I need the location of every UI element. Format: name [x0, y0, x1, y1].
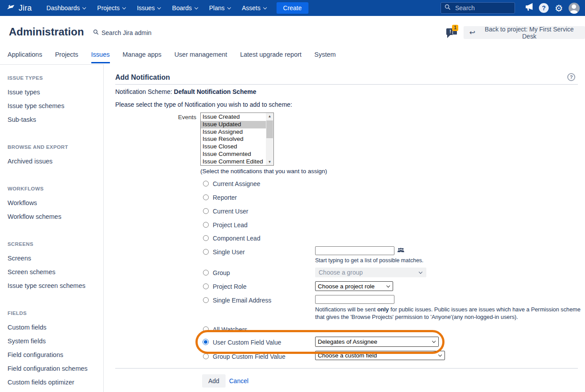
jira-logo-text: Jira: [19, 4, 32, 13]
chevron-down-icon: [438, 353, 442, 357]
admin-tabs: Applications Projects Issues Manage apps…: [8, 51, 336, 63]
profile-button[interactable]: [566, 0, 581, 16]
sidebar-item-workflows[interactable]: Workflows: [8, 196, 103, 210]
sidebar-item-issue-type-schemes[interactable]: Issue type schemes: [8, 99, 103, 113]
radio-single-email-address[interactable]: [203, 297, 209, 303]
sidebar-item-field-configuration-schemes[interactable]: Field configuration schemes: [8, 361, 103, 375]
scrollbar-up-icon[interactable]: ▲: [266, 113, 273, 120]
radio-group-custom-field-value[interactable]: [203, 353, 209, 359]
event-option[interactable]: Issue Closed: [201, 143, 266, 151]
section-help-icon[interactable]: ?: [567, 73, 575, 81]
radio-current-user[interactable]: [203, 208, 209, 214]
chevron-down-icon: [82, 5, 86, 9]
menu-issues[interactable]: Issues: [131, 0, 166, 16]
announcements-button[interactable]: [521, 0, 536, 16]
radio-current-assignee[interactable]: [203, 181, 209, 186]
global-search-input[interactable]: [454, 4, 503, 12]
radio-project-lead[interactable]: [203, 222, 209, 228]
single-email-input[interactable]: [315, 295, 394, 304]
tab-projects[interactable]: Projects: [55, 51, 78, 63]
sidebar-section-fields: FIELDS Custom fields System fields Field…: [8, 310, 103, 389]
tab-latest-upgrade-report[interactable]: Latest upgrade report: [240, 51, 302, 63]
event-option[interactable]: Issue Comment Edited: [201, 158, 266, 165]
top-navigation-bar: Jira Dashboards Projects Issues Boards P…: [0, 0, 585, 16]
listbox-scrollbar[interactable]: ▲ ▼: [266, 113, 273, 165]
tab-system[interactable]: System: [314, 51, 335, 63]
jira-admin-page: Jira Dashboards Projects Issues Boards P…: [0, 0, 585, 392]
help-button[interactable]: ?: [536, 0, 551, 16]
jira-logo[interactable]: Jira: [6, 3, 32, 14]
group-select-value: Choose a group: [319, 269, 363, 276]
global-search[interactable]: [441, 2, 515, 14]
back-to-project-button[interactable]: ↩ Back to project: My First Service Desk: [464, 26, 585, 39]
settings-button[interactable]: ⚙: [551, 0, 566, 16]
group-custom-field-select[interactable]: Choose a custom field: [315, 351, 445, 360]
admin-search[interactable]: Search Jira admin: [93, 29, 152, 36]
events-hint: (Select the notifications that you want …: [200, 168, 327, 175]
cancel-link[interactable]: Cancel: [229, 377, 249, 384]
scrollbar-thumb[interactable]: [266, 120, 273, 138]
event-option[interactable]: Issue Created: [201, 113, 266, 121]
megaphone-icon: [524, 3, 534, 13]
menu-plans[interactable]: Plans: [203, 0, 236, 16]
scrollbar-down-icon[interactable]: ▼: [266, 159, 273, 165]
sidebar-item-workflow-schemes[interactable]: Workflow schemes: [8, 210, 103, 223]
menu-dashboards[interactable]: Dashboards: [41, 0, 92, 16]
sidebar-item-field-configurations[interactable]: Field configurations: [8, 348, 103, 361]
sidebar-item-issue-types[interactable]: Issue types: [8, 85, 103, 99]
sidebar-item-screens[interactable]: Screens: [8, 251, 103, 265]
radio-single-user[interactable]: [203, 249, 209, 255]
group-custom-field-select-value: Choose a custom field: [318, 352, 377, 359]
scheme-name: Default Notification Scheme: [174, 88, 256, 95]
menu-projects[interactable]: Projects: [91, 0, 131, 16]
sidebar-item-custom-fields-optimizer[interactable]: Custom fields optimizer: [8, 375, 103, 389]
radio-group[interactable]: [203, 270, 209, 276]
chevron-down-icon: [432, 339, 436, 343]
add-button[interactable]: Add: [202, 374, 226, 388]
admin-sidebar: ISSUE TYPES Issue types Issue type schem…: [0, 64, 104, 392]
sidebar-item-issue-type-screen-schemes[interactable]: Issue type screen schemes: [8, 279, 103, 292]
sidebar-item-archived-issues[interactable]: Archived issues: [8, 154, 103, 168]
event-option[interactable]: Issue Assigned: [201, 128, 266, 136]
label-single-email-address: Single Email Address: [213, 297, 271, 304]
chevron-down-icon: [122, 5, 126, 9]
radio-user-custom-field-value[interactable]: [203, 339, 209, 345]
radio-component-lead[interactable]: [203, 235, 209, 241]
single-user-input[interactable]: [315, 246, 394, 255]
menu-boards[interactable]: Boards: [166, 0, 203, 16]
radio-reporter[interactable]: [203, 194, 209, 200]
tab-manage-apps[interactable]: Manage apps: [123, 51, 162, 63]
label-reporter: Reporter: [213, 194, 237, 201]
sidebar-item-screen-schemes[interactable]: Screen schemes: [8, 265, 103, 279]
user-custom-field-select-value: Delegates of Assignee: [318, 338, 377, 345]
user-custom-field-select[interactable]: Delegates of Assignee: [315, 337, 439, 347]
admin-search-label: Search Jira admin: [101, 29, 152, 36]
event-option-selected[interactable]: Issue Updated: [201, 121, 266, 128]
label-group: Group: [213, 269, 230, 276]
create-button[interactable]: Create: [277, 2, 308, 14]
project-role-select-value: Choose a project role: [318, 283, 374, 290]
sidebar-item-system-fields[interactable]: System fields: [8, 334, 103, 348]
user-picker-icon[interactable]: [397, 247, 405, 255]
label-all-watchers: All Watchers: [213, 326, 247, 333]
events-listbox[interactable]: Issue Created Issue Updated Issue Assign…: [200, 113, 274, 166]
events-label: Events: [164, 114, 196, 120]
group-select[interactable]: Choose a group: [315, 268, 426, 277]
radio-all-watchers[interactable]: [203, 326, 209, 332]
sidebar-section-workflows: WORKFLOWS Workflows Workflow schemes: [8, 186, 103, 223]
event-option[interactable]: Issue Resolved: [201, 136, 266, 143]
feedback-notification-button[interactable]: ! 1: [446, 26, 460, 39]
tab-applications[interactable]: Applications: [8, 51, 42, 63]
radio-project-role[interactable]: [203, 283, 209, 289]
tab-issues[interactable]: Issues: [91, 51, 110, 63]
chevron-down-icon: [263, 5, 267, 9]
sidebar-item-sub-tasks[interactable]: Sub-tasks: [8, 113, 103, 126]
tab-user-management[interactable]: User management: [174, 51, 227, 63]
project-role-select[interactable]: Choose a project role: [315, 281, 393, 291]
main-menu: Dashboards Projects Issues Boards Plans …: [41, 0, 272, 16]
event-option[interactable]: Issue Commented: [201, 151, 266, 158]
divider: [115, 368, 578, 369]
menu-assets[interactable]: Assets: [236, 0, 272, 16]
divider: [115, 84, 578, 85]
sidebar-item-custom-fields[interactable]: Custom fields: [8, 320, 103, 334]
